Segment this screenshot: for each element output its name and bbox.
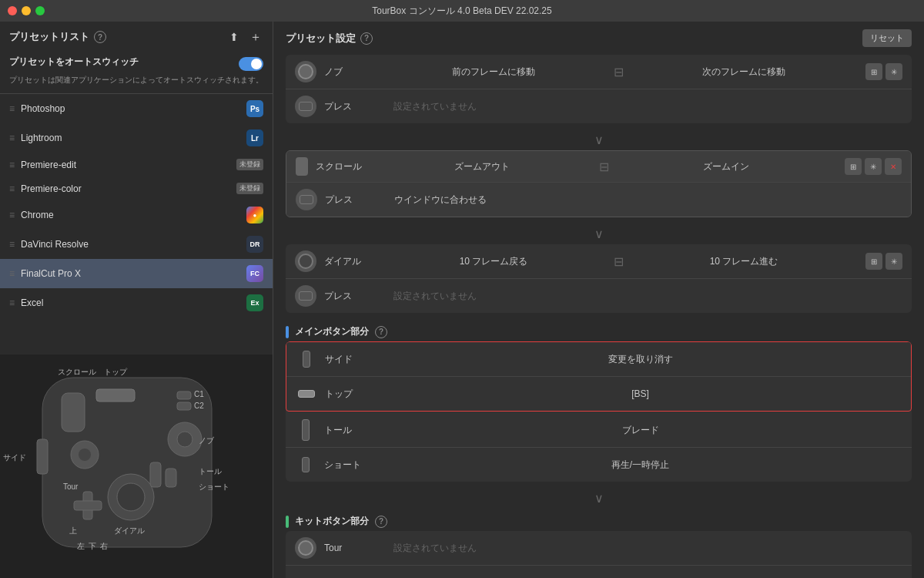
drag-icon: ≡ xyxy=(9,297,15,308)
knob-end-icon-1[interactable]: ⊞ xyxy=(865,63,882,80)
dial-row: ダイアル 10 フレーム戻る ⊟ 10 フレーム進む ⊞ ✳ xyxy=(286,244,912,279)
app-badge-ps: Ps xyxy=(246,100,263,117)
app-badge-chrome: ● xyxy=(246,207,263,223)
auto-switch-row: プリセットをオートスウィッチ xyxy=(9,55,263,72)
scroll-icon xyxy=(296,157,308,176)
preset-settings-label: プリセット設定 xyxy=(286,32,356,45)
kit-button-section: Tour 設定されていません ✦ 上 上 ✦ 下 下 xyxy=(286,531,912,578)
dial-section: ダイアル 10 フレーム戻る ⊟ 10 フレーム進む ⊞ ✳ プレス 設定されて… xyxy=(286,244,912,313)
scroll-action-right: ズームイン xyxy=(614,160,839,173)
top-action: [BS] xyxy=(379,388,902,399)
dial-end-icon-1[interactable]: ⊞ xyxy=(865,253,882,270)
device-area: スクロール トップ C1 C2 サイド ノブ Tour トール ショート 上 左… xyxy=(0,355,273,578)
app-badge-davinci: DR xyxy=(246,236,263,253)
scroll-press-label: プレス xyxy=(325,193,379,207)
knob-end-icon-2[interactable]: ✳ xyxy=(886,63,902,80)
svg-text:右: 右 xyxy=(100,542,108,550)
drag-icon: ≡ xyxy=(9,183,15,194)
scroll-end-icon-close[interactable]: ✕ xyxy=(885,158,902,175)
svg-text:C1: C1 xyxy=(194,390,204,398)
auto-switch-desc: プリセットは関連アプリケーションによってオートスウィッチされます。 xyxy=(9,75,263,86)
auto-switch-section: プリセットをオートスウィッチ プリセットは関連アプリケーションによってオートスウ… xyxy=(0,51,273,93)
preset-settings-title: プリセット設定 ? xyxy=(286,32,373,45)
preset-item-finalcut[interactable]: ≡ FinalCut Pro X FC xyxy=(0,259,273,288)
app-name: Excel xyxy=(21,297,246,308)
separator-icon: ⊟ xyxy=(614,65,624,79)
top-row: トップ [BS] xyxy=(286,377,911,411)
scroll-end-icons: ⊞ ✳ ✕ xyxy=(845,158,902,175)
preset-item-premiere-color[interactable]: ≡ Premiere-color 未登録 xyxy=(0,176,273,200)
scroll-end-icon-1[interactable]: ⊞ xyxy=(845,158,862,175)
scroll-press-row: プレス ウインドウに合わせる xyxy=(286,183,911,217)
reset-button[interactable]: リセット xyxy=(862,29,912,47)
app-name: FinalCut Pro X xyxy=(21,268,246,279)
svg-text:ノブ: ノブ xyxy=(199,436,215,445)
drag-icon: ≡ xyxy=(9,268,15,279)
right-panel: プリセット設定 ? リセット ノブ 前のフレームに移動 ⊟ 次のフレームに移動 … xyxy=(273,22,924,578)
main-button-help-icon[interactable]: ? xyxy=(375,326,387,338)
tall-action: ブレード xyxy=(378,424,902,437)
kit-button-help-icon[interactable]: ? xyxy=(375,516,387,528)
knob-end-icons: ⊞ ✳ xyxy=(865,63,902,80)
drag-icon: ≡ xyxy=(9,160,15,170)
preset-list-help-icon[interactable]: ? xyxy=(94,31,106,43)
knob-action-left: 前のフレームに移動 xyxy=(378,66,609,79)
dial-end-icons: ⊞ ✳ xyxy=(865,253,902,270)
scroll-action-left: ズームアウト xyxy=(370,160,594,173)
preset-settings-help-icon[interactable]: ? xyxy=(360,32,373,45)
preset-item-chrome[interactable]: ≡ Chrome ● xyxy=(0,200,273,230)
preset-item-photoshop[interactable]: ≡ Photoshop Ps xyxy=(0,94,273,123)
preset-list-title-row: プリセットリスト ? xyxy=(9,30,106,44)
tour-action: 設定されていません xyxy=(378,542,902,555)
preset-list: ≡ Photoshop Ps ≡ Lightroom Lr ≡ Premiere… xyxy=(0,94,273,355)
tall-row: トール ブレード xyxy=(286,413,912,448)
preset-item-excel[interactable]: ≡ Excel Ex xyxy=(0,288,273,318)
preset-item-davinci[interactable]: ≡ DaVinci Resolve DR xyxy=(0,230,273,259)
knob-action-right: 次のフレームに移動 xyxy=(628,66,859,79)
top-label: トップ xyxy=(325,388,379,401)
preset-item-premiere-edit[interactable]: ≡ Premiere-edit 未登録 xyxy=(0,153,273,176)
tour-icon xyxy=(295,537,316,559)
tour-row: Tour 設定されていません xyxy=(286,531,912,566)
dial-press-label: プレス xyxy=(324,290,378,303)
app-badge-lr: Lr xyxy=(246,129,263,146)
main-button-section-header: メインボタン部分 ? xyxy=(286,319,912,341)
cross-up-row: ✦ 上 上 xyxy=(286,566,912,578)
maximize-button[interactable] xyxy=(35,6,45,15)
dial-end-icon-2[interactable]: ✳ xyxy=(886,253,902,270)
scroll-press-icon xyxy=(296,189,317,210)
add-preset-button[interactable]: ＋ xyxy=(248,29,263,45)
main-button-section: サイド 変更を取り消す トップ [BS] トール ブレード xyxy=(286,341,912,482)
controller-svg: スクロール トップ C1 C2 サイド ノブ Tour トール ショート 上 左… xyxy=(0,355,273,578)
svg-text:トップ: トップ xyxy=(104,368,128,376)
dial-press-row: プレス 設定されていません xyxy=(286,279,912,313)
preset-item-lightroom[interactable]: ≡ Lightroom Lr xyxy=(0,123,273,153)
chevron-2: ∨ xyxy=(286,223,912,244)
section-indicator-kit xyxy=(286,516,289,528)
short-action: 再生/一時停止 xyxy=(378,459,902,472)
preset-header-actions: ⬆ ＋ xyxy=(226,29,263,45)
scroll-end-icon-2[interactable]: ✳ xyxy=(865,158,882,175)
side-label: サイド xyxy=(325,353,379,366)
export-preset-button[interactable]: ⬆ xyxy=(226,29,242,45)
knob-press-icon xyxy=(295,96,316,117)
svg-text:ダイアル: ダイアル xyxy=(114,526,145,535)
traffic-lights xyxy=(8,6,45,15)
side-action: 変更を取り消す xyxy=(379,353,902,366)
minimize-button[interactable] xyxy=(22,6,31,15)
main-button-red-group: サイド 変更を取り消す トップ [BS] xyxy=(286,341,912,412)
knob-row: ノブ 前のフレームに移動 ⊟ 次のフレームに移動 ⊞ ✳ xyxy=(286,55,912,89)
app-name: DaVinci Resolve xyxy=(21,239,246,250)
auto-switch-toggle[interactable] xyxy=(239,57,263,71)
svg-rect-15 xyxy=(74,501,102,510)
dial-action-right: 10 フレーム進む xyxy=(628,255,859,268)
svg-point-13 xyxy=(117,483,145,511)
close-button[interactable] xyxy=(8,6,17,15)
titlebar: TourBox コンソール 4.0 Beta DEV 22.02.25 xyxy=(0,0,924,22)
knob-press-action: 設定されていません xyxy=(378,100,902,113)
kit-button-section-title: キットボタン部分 xyxy=(295,515,369,528)
knob-section: ノブ 前のフレームに移動 ⊟ 次のフレームに移動 ⊞ ✳ プレス 設定されていま… xyxy=(286,55,912,123)
main-layout: プリセットリスト ? ⬆ ＋ プリセットをオートスウィッチ プリセットは関連アプ… xyxy=(0,22,924,578)
svg-point-9 xyxy=(79,449,91,461)
app-badge-finalcut: FC xyxy=(246,265,263,282)
